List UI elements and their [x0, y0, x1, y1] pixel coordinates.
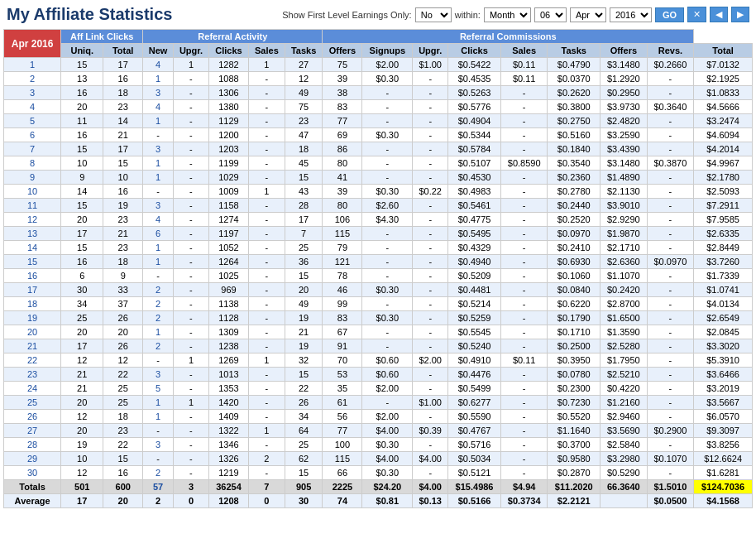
day-link[interactable]: 12	[27, 214, 37, 224]
col-comm-sales: Sales	[500, 44, 548, 58]
day-link[interactable]: 20	[27, 327, 37, 337]
new-link[interactable]: 1	[156, 116, 160, 126]
day-link[interactable]: 21	[27, 341, 37, 351]
day-link[interactable]: 18	[27, 299, 37, 309]
col-comm-clicks: Clicks	[448, 44, 501, 58]
day-link[interactable]: 4	[30, 102, 35, 112]
table-row: 2819223-1346-25100$0.30-$0.5716-$0.3700$…	[4, 438, 753, 452]
table-row: 1925262-1128-1983$0.30-$0.5259-$0.1790$1…	[4, 311, 753, 325]
day-link[interactable]: 19	[27, 313, 37, 323]
day-link[interactable]: 8	[30, 158, 35, 168]
referral-activity-header: Referral Activity	[143, 30, 323, 44]
go-button[interactable]: GO	[655, 7, 684, 22]
new-link[interactable]: 3	[156, 200, 160, 210]
new-link[interactable]: 6	[156, 228, 160, 238]
new-link[interactable]: 4	[156, 214, 160, 224]
day-link[interactable]: 25	[27, 397, 37, 407]
day-select[interactable]: 06	[534, 7, 567, 22]
day-link[interactable]: 5	[30, 116, 35, 126]
aff-link-clicks-header: Aff Link Clicks	[61, 30, 143, 44]
col-upgr: Upgr.	[173, 44, 208, 58]
new-link[interactable]: 2	[156, 341, 160, 351]
table-row: 99101-1029-1541--$0.4530-$0.2360$1.4890-…	[4, 171, 753, 185]
day-link[interactable]: 6	[30, 130, 35, 140]
day-link[interactable]: 3	[30, 88, 35, 98]
col-clicks: Clicks	[208, 44, 248, 58]
table-row: 1834372-1138-4999--$0.5214-$0.6220$2.870…	[4, 297, 753, 311]
new-link[interactable]: 3	[156, 88, 160, 98]
day-link[interactable]: 27	[27, 426, 37, 435]
new-link[interactable]: 1	[156, 327, 160, 337]
day-link[interactable]: 2	[30, 74, 35, 84]
day-link[interactable]: 22	[27, 355, 37, 365]
new-link[interactable]: 3	[156, 369, 160, 379]
new-link[interactable]: 4	[156, 60, 160, 70]
day-link[interactable]: 9	[30, 172, 35, 182]
new-link[interactable]: 1	[156, 411, 160, 421]
referral-commissions-header: Referral Commissions	[323, 30, 694, 44]
table-row: 1115193-1158-2880$2.60-$0.5461-$0.2440$3…	[4, 199, 753, 213]
year-select[interactable]: 2016	[610, 7, 652, 22]
nav-prev-button[interactable]: ◀	[710, 7, 728, 22]
new-link[interactable]: 4	[156, 102, 160, 112]
day-link[interactable]: 7	[30, 144, 35, 154]
col-revs: Revs.	[647, 44, 694, 58]
stats-table-container: Apr 2016 Aff Link Clicks Referral Activi…	[0, 29, 756, 508]
new-link[interactable]: 3	[156, 144, 160, 154]
new-link[interactable]: 1	[156, 397, 160, 407]
page-title: My Affiliate Statistics	[7, 5, 172, 24]
table-row: 2321223-1013-1553$0.60-$0.4476-$0.0780$2…	[4, 368, 753, 382]
day-link[interactable]: 24	[27, 383, 37, 393]
table-row: 1730332-969-2046$0.30-$0.4481-$0.0840$0.…	[4, 283, 753, 297]
totals-row: Totals5016005733625479052225$24.20$4.00$…	[4, 480, 753, 494]
day-link[interactable]: 10	[27, 186, 37, 196]
nav-next-button[interactable]: ▶	[731, 7, 749, 22]
day-link[interactable]: 30	[27, 468, 37, 478]
header: My Affiliate Statistics Show First Level…	[0, 0, 756, 29]
col-sales: Sales	[249, 44, 285, 58]
nav-x-button[interactable]: ✕	[687, 7, 706, 22]
day-link[interactable]: 29	[27, 454, 37, 464]
table-row: 1516181-1264-36121--$0.4940-$0.6930$2.63…	[4, 255, 753, 269]
new-link[interactable]: 3	[156, 440, 160, 450]
day-link[interactable]: 26	[27, 411, 37, 421]
day-link[interactable]: 15	[27, 257, 37, 267]
table-row: 252025111420-2661-$1.00$0.6277-$0.7230$1…	[4, 396, 753, 410]
new-link[interactable]: 2	[156, 299, 160, 309]
day-link[interactable]: 17	[27, 285, 37, 295]
day-link[interactable]: 28	[27, 440, 37, 450]
show-select[interactable]: No Yes	[415, 7, 452, 22]
table-row: 1151741128212775$2.00$1.00$0.5422$0.11$0…	[4, 58, 753, 72]
within-label: within:	[455, 10, 481, 20]
table-row: 2612181-1409-3456$2.00-$0.5590-$0.5520$2…	[4, 410, 753, 424]
table-row: 213161-1088-1239$0.30-$0.4535$0.11$0.037…	[4, 72, 753, 86]
col-total: Total	[103, 44, 143, 58]
table-row: 2421255-1353-2235$2.00-$0.5499-$0.2300$0…	[4, 382, 753, 396]
new-link[interactable]: 1	[156, 257, 160, 267]
month-select[interactable]: Apr	[570, 7, 606, 22]
day-link[interactable]: 11	[27, 200, 37, 210]
table-row: 61621--1200-4769$0.30-$0.5344-$0.5160$3.…	[4, 128, 753, 142]
new-link[interactable]: 5	[156, 383, 160, 393]
new-link[interactable]: 2	[156, 313, 160, 323]
day-link[interactable]: 16	[27, 271, 37, 281]
new-link[interactable]: 2	[156, 468, 160, 478]
day-link[interactable]: 1	[30, 60, 35, 70]
new-link[interactable]: 1	[156, 172, 160, 182]
day-link[interactable]: 13	[27, 228, 37, 238]
col-offers: Offers	[323, 44, 362, 58]
controls: Show First Level Earnings Only: No Yes w…	[282, 7, 749, 22]
new-link[interactable]: 1	[156, 158, 160, 168]
day-link[interactable]: 14	[27, 243, 37, 252]
period-header: Apr 2016	[4, 30, 61, 58]
table-row: 272023--132216477$4.00$0.39$0.4767-$1.16…	[4, 424, 753, 438]
day-link[interactable]: 23	[27, 369, 37, 379]
table-row: 1669--1025-1578--$0.5209-$0.1060$1.1070-…	[4, 269, 753, 283]
table-row: 316183-1306-4938--$0.5263-$0.2620$0.2950…	[4, 86, 753, 100]
new-link[interactable]: 2	[156, 285, 160, 295]
new-link[interactable]: 1	[156, 243, 160, 252]
new-link[interactable]: 1	[156, 74, 160, 84]
period-select[interactable]: Month Week Day	[484, 7, 531, 22]
table-row: 291015--1326262115$4.00$4.00$0.5034-$0.9…	[4, 452, 753, 466]
table-row: 420234-1380-7583--$0.5776-$0.3800$3.9730…	[4, 100, 753, 114]
